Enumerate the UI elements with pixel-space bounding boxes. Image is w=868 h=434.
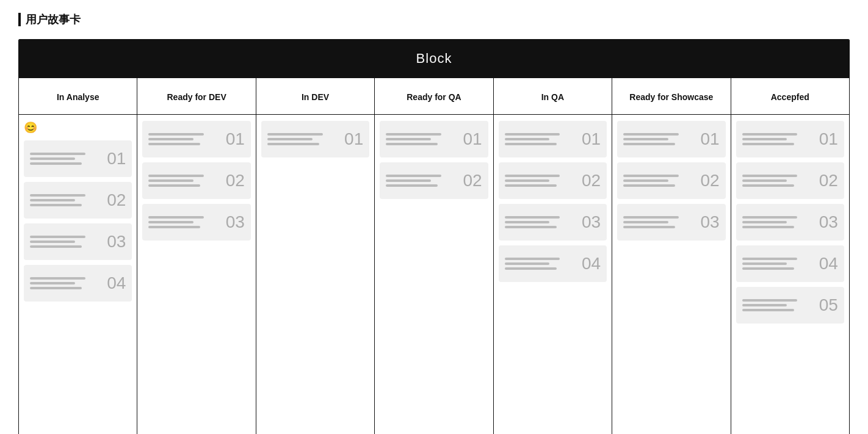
card-in-analyse-01[interactable]: 01 (24, 140, 132, 177)
card-line (505, 216, 560, 219)
card-line (505, 221, 550, 223)
card-line (742, 175, 798, 177)
card-line (505, 143, 557, 145)
card-ready-for-qa-02[interactable]: 02 (380, 162, 488, 199)
card-number: 02 (104, 190, 126, 210)
card-number: 03 (223, 212, 245, 232)
card-lines (742, 175, 811, 187)
card-accepted-05[interactable]: 05 (736, 287, 844, 324)
card-ready-for-qa-01[interactable]: 01 (380, 121, 488, 157)
card-number: 01 (104, 149, 126, 168)
card-lines (623, 175, 692, 187)
card-number: 01 (341, 129, 363, 149)
card-ready-for-showcase-02[interactable]: 02 (617, 162, 725, 199)
card-line (742, 138, 787, 140)
column-in-dev: In DEV01 (256, 78, 375, 434)
card-line (30, 236, 85, 238)
card-lines (623, 133, 692, 145)
column-header-accepted: Accepfed (731, 78, 849, 115)
card-line (148, 184, 200, 187)
card-line (30, 245, 82, 248)
card-lines (742, 258, 811, 270)
column-header-in-analyse: In Analyse (19, 78, 137, 115)
card-line (148, 221, 193, 223)
card-line (742, 143, 794, 145)
card-line (386, 133, 441, 136)
card-line (505, 138, 550, 140)
column-header-in-qa: In QA (494, 78, 612, 115)
card-line (148, 175, 204, 177)
card-number: 01 (698, 129, 720, 149)
card-lines (30, 153, 99, 165)
card-line (148, 216, 204, 219)
card-line (30, 277, 85, 280)
card-line (623, 133, 679, 136)
column-header-ready-for-dev: Ready for DEV (137, 78, 255, 115)
column-body-ready-for-showcase: 010203 (612, 115, 730, 247)
card-line (30, 287, 82, 289)
card-line (505, 226, 557, 228)
card-line (505, 262, 550, 265)
card-lines (505, 175, 574, 187)
card-lines (30, 236, 99, 248)
card-number: 02 (579, 171, 601, 190)
column-header-ready-for-showcase: Ready for Showcase (612, 78, 730, 115)
column-header-ready-for-qa: Ready for QA (375, 78, 493, 115)
card-line (623, 216, 679, 219)
card-in-dev-01[interactable]: 01 (261, 121, 369, 157)
card-line (742, 262, 787, 265)
card-ready-for-dev-02[interactable]: 02 (142, 162, 250, 199)
card-in-qa-04[interactable]: 04 (499, 245, 607, 282)
card-in-qa-01[interactable]: 01 (499, 121, 607, 157)
card-number: 03 (104, 232, 126, 251)
card-in-analyse-02[interactable]: 02 (24, 182, 132, 219)
card-number: 02 (460, 171, 482, 190)
column-body-ready-for-qa: 0102 (375, 115, 493, 205)
card-line (148, 133, 204, 136)
card-number: 03 (579, 212, 601, 232)
card-line (505, 184, 557, 187)
column-body-in-qa: 01020304 (494, 115, 612, 288)
card-accepted-03[interactable]: 03 (736, 204, 844, 241)
card-line (30, 157, 75, 160)
card-line (623, 226, 675, 228)
card-lines (148, 133, 217, 145)
card-line (742, 221, 787, 223)
card-line (386, 143, 438, 145)
column-body-ready-for-dev: 010203 (137, 115, 255, 247)
card-ready-for-dev-01[interactable]: 01 (142, 121, 250, 157)
card-ready-for-showcase-01[interactable]: 01 (617, 121, 725, 157)
card-accepted-04[interactable]: 04 (736, 245, 844, 282)
card-line (742, 184, 794, 187)
column-body-accepted: 0102030405 (731, 115, 849, 330)
card-in-analyse-04[interactable]: 04 (24, 265, 132, 302)
card-number: 01 (223, 129, 245, 149)
card-number: 03 (816, 212, 838, 232)
board-columns: In Analyse😊01020304Ready for DEV010203In… (19, 78, 849, 434)
card-line (30, 199, 75, 201)
card-line (30, 241, 75, 243)
card-line (742, 216, 798, 219)
card-lines (505, 216, 574, 228)
card-ready-for-dev-03[interactable]: 03 (142, 204, 250, 241)
column-ready-for-dev: Ready for DEV010203 (137, 78, 256, 434)
card-number: 02 (816, 171, 838, 190)
card-line (267, 133, 323, 136)
smiley-icon: 😊 (24, 121, 132, 134)
card-line (30, 282, 75, 284)
column-in-qa: In QA01020304 (494, 78, 612, 434)
card-lines (742, 299, 811, 311)
card-ready-for-showcase-03[interactable]: 03 (617, 204, 725, 241)
page-title: 用户故事卡 (26, 12, 81, 27)
card-in-qa-02[interactable]: 02 (499, 162, 607, 199)
card-number: 01 (460, 129, 482, 149)
card-accepted-02[interactable]: 02 (736, 162, 844, 199)
board-container: Block In Analyse😊01020304Ready for DEV01… (18, 39, 850, 434)
card-line (505, 267, 557, 270)
card-in-analyse-03[interactable]: 03 (24, 223, 132, 260)
card-accepted-01[interactable]: 01 (736, 121, 844, 157)
column-body-in-dev: 01 (256, 115, 374, 164)
card-in-qa-03[interactable]: 03 (499, 204, 607, 241)
card-line (742, 226, 794, 228)
card-line (148, 179, 193, 182)
